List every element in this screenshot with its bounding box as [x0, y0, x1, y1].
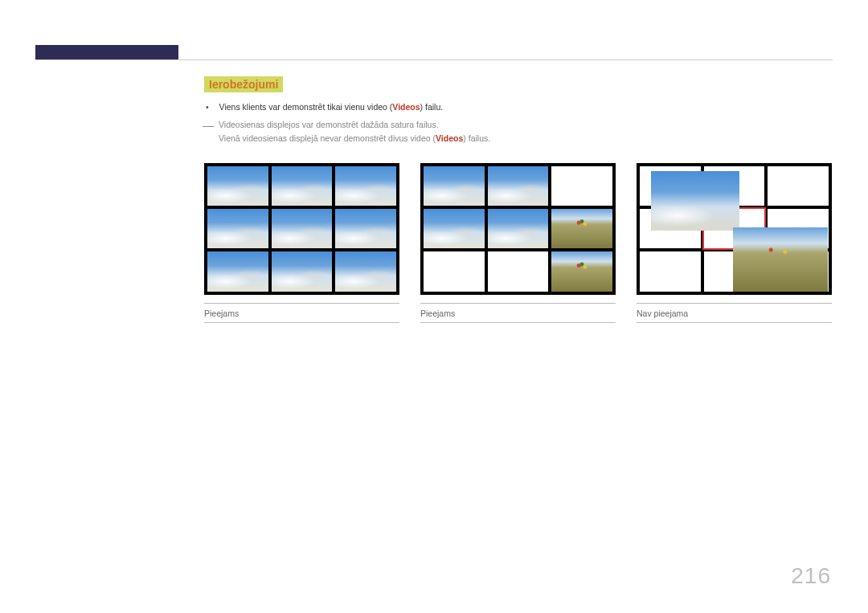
wall-cell: [270, 165, 334, 207]
bullet-item: Viens klients var demonstrēt tikai vienu…: [206, 102, 833, 112]
wall-cell: [334, 165, 398, 207]
wall-cell: [422, 207, 486, 250]
note-block: Videosienas displejos var demonstrēt daž…: [219, 118, 833, 145]
note-2-bold: Videos: [436, 133, 463, 143]
videowall-grid-mixed: [420, 163, 616, 295]
wall-cell: [206, 207, 270, 250]
wall-cell: [550, 250, 614, 292]
header-accent-bar: [35, 45, 178, 59]
wall-cell: [550, 207, 614, 250]
example-caption: Nav pieejama: [637, 304, 832, 323]
videowall-grid-conflict: [637, 163, 832, 295]
wall-cell: [766, 165, 830, 207]
wall-cell: [422, 165, 486, 207]
wall-cell-empty: [422, 250, 486, 292]
videowall-examples-row: Pieejams Pieejams: [204, 163, 833, 323]
wall-cell: [486, 165, 551, 207]
wall-cell: [638, 250, 702, 292]
example-2: Pieejams: [420, 163, 616, 323]
example-caption: Pieejams: [420, 304, 616, 323]
note-2-post: ) failus.: [463, 133, 490, 143]
section-title: Ierobežojumi: [204, 76, 283, 92]
example-caption: Pieejams: [204, 304, 399, 323]
overlay-video-ground: [733, 227, 828, 292]
wall-cell: [206, 165, 270, 207]
wall-cell: [334, 207, 398, 250]
bullet-list: Viens klients var demonstrēt tikai vienu…: [206, 102, 833, 112]
bullet-text-pre: Viens klients var demonstrēt tikai vienu…: [219, 102, 393, 112]
header-rule: [35, 59, 833, 60]
example-1: Pieejams: [204, 163, 399, 323]
example-3: Nav pieejama: [637, 163, 832, 323]
note-line-1: Videosienas displejos var demonstrēt daž…: [219, 118, 833, 132]
wall-cell-empty: [486, 250, 551, 292]
main-content: Ierobežojumi Viens klients var demonstrē…: [204, 76, 833, 323]
bullet-text-post: ) failu.: [420, 102, 444, 112]
page-number: 216: [791, 563, 831, 589]
note-line-2: Vienā videosienas displejā nevar demonst…: [219, 132, 833, 145]
note-2-pre: Vienā videosienas displejā nevar demonst…: [219, 133, 436, 143]
wall-cell: [486, 207, 551, 250]
wall-cell: [270, 250, 334, 292]
bullet-text-bold: Videos: [392, 102, 420, 112]
wall-cell: [270, 207, 334, 250]
wall-cell: [206, 250, 270, 292]
wall-cell-empty: [550, 165, 614, 207]
overlay-video-sky: [651, 171, 739, 231]
videowall-grid-full: [204, 163, 399, 295]
wall-cell: [334, 250, 398, 292]
